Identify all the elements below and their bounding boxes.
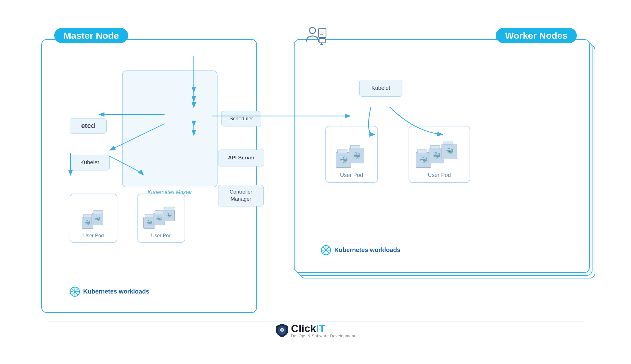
kubelet-right-box: Kubelet: [359, 80, 402, 97]
main-diagram: Master Node Scheduler API Server Control…: [23, 21, 608, 344]
scheduler-box: Scheduler: [221, 111, 261, 126]
footer-brand-text: ClickIT DevOps & Software Development: [291, 323, 356, 338]
controller-manager-box: ControllerManager: [218, 185, 264, 206]
api-server-box: API Server: [218, 150, 264, 166]
worker-cube-1b: 🐳: [349, 148, 364, 163]
worker-cube-2c: 🐳: [442, 144, 457, 159]
user-icon: [303, 24, 328, 52]
kubelet-left-box: Kubelet: [70, 155, 110, 170]
svg-point-35: [280, 328, 284, 332]
svg-point-9: [74, 290, 76, 293]
cube-group-2: 🐳 🐳 🐳: [143, 217, 180, 229]
svg-point-0: [309, 27, 316, 34]
worker-pod-2: 🐳 🐳 🐳 User Pod: [409, 126, 470, 183]
svg-point-19: [325, 249, 327, 251]
cube-1b: 🐳: [92, 213, 103, 225]
worker-nodes-badge: Worker Nodes: [496, 28, 577, 43]
cube-group-1: 🐳 🐳: [82, 217, 106, 229]
footer-divider: [47, 322, 584, 322]
worker-nodes-box: Worker Nodes Kubelet 🐳 🐳 User Pod: [294, 39, 590, 273]
master-pod-1: 🐳 🐳 User Pod: [70, 194, 117, 243]
cube-2c: 🐳: [163, 210, 175, 221]
worker-nodes-label: Worker Nodes: [496, 30, 577, 41]
clickit-shield-icon: [276, 323, 289, 338]
master-workloads-label: Kubernetes workloads: [70, 286, 149, 297]
master-node-label: Master Node: [54, 30, 128, 41]
worker-cube-group-2: 🐳 🐳 🐳: [416, 152, 463, 168]
worker-pod-1: 🐳 🐳 User Pod: [325, 126, 378, 183]
master-node-box: Master Node Scheduler API Server Control…: [41, 39, 257, 313]
etcd-box: etcd: [70, 118, 107, 134]
svg-rect-5: [319, 38, 325, 43]
worker-nodes-stack: Worker Nodes Kubelet 🐳 🐳 User Pod: [288, 39, 590, 282]
worker-workloads-label: Kubernetes workloads: [321, 245, 401, 255]
worker-cube-group-1: 🐳 🐳: [336, 152, 367, 168]
k8s-wheel-worker-icon: [321, 245, 331, 255]
k8s-master-panel: Scheduler API Server ControllerManager K…: [122, 70, 218, 187]
footer-logo: ClickIT DevOps & Software Development: [276, 323, 356, 338]
master-pod-2: 🐳 🐳 🐳 User Pod: [137, 194, 185, 243]
k8s-wheel-master-icon: [70, 286, 80, 297]
master-node-badge: Master Node: [54, 28, 128, 43]
footer: ClickIT DevOps & Software Development: [276, 323, 356, 338]
